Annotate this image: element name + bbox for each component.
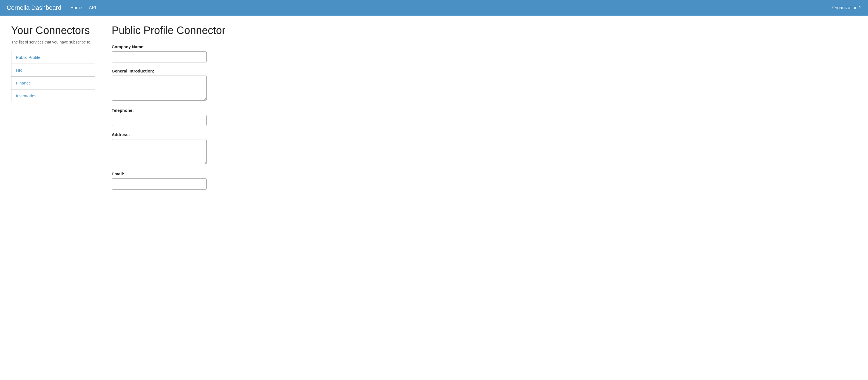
form-group-telephone: Telephone: bbox=[112, 108, 857, 126]
label-company-name: Company Name: bbox=[112, 44, 857, 49]
textarea-address[interactable] bbox=[112, 139, 207, 164]
form-group-general-introduction: General Introduction: bbox=[112, 69, 857, 102]
connector-item-finance[interactable]: Finance bbox=[11, 77, 95, 90]
nav-home-link[interactable]: Home bbox=[70, 5, 82, 10]
label-general-introduction: General Introduction: bbox=[112, 69, 857, 73]
input-email[interactable] bbox=[112, 178, 207, 189]
connector-item-hr[interactable]: HR bbox=[11, 64, 95, 77]
input-telephone[interactable] bbox=[112, 115, 207, 126]
form-group-email: Email: bbox=[112, 171, 857, 189]
navbar-brand: Cornelia Dashboard bbox=[7, 4, 61, 11]
sidebar-description: The list of services that you have subsc… bbox=[11, 39, 95, 45]
navbar: Cornelia Dashboard Home API Organization… bbox=[0, 0, 868, 15]
sidebar: Your Connectors The list of services tha… bbox=[11, 25, 95, 196]
form-group-address: Address: bbox=[112, 132, 857, 165]
navbar-nav: Home API bbox=[70, 5, 832, 10]
form-area: Public Profile Connector Company Name:Ge… bbox=[112, 25, 857, 196]
connector-item-public-profile[interactable]: Public Profile bbox=[11, 51, 95, 64]
main-content: Your Connectors The list of services tha… bbox=[0, 15, 868, 205]
navbar-org: Organization 1 bbox=[832, 5, 861, 10]
label-email: Email: bbox=[112, 171, 857, 176]
label-address: Address: bbox=[112, 132, 857, 137]
label-telephone: Telephone: bbox=[112, 108, 857, 113]
connector-item-inventories[interactable]: Inventories bbox=[11, 90, 95, 102]
form-group-company-name: Company Name: bbox=[112, 44, 857, 63]
textarea-general-introduction[interactable] bbox=[112, 75, 207, 101]
form-title: Public Profile Connector bbox=[112, 25, 857, 37]
nav-api-link[interactable]: API bbox=[89, 5, 96, 10]
input-company-name[interactable] bbox=[112, 51, 207, 63]
sidebar-title: Your Connectors bbox=[11, 25, 95, 37]
connector-list: Public ProfileHRFinanceInventories bbox=[11, 51, 95, 102]
form-fields-container: Company Name:General Introduction:Teleph… bbox=[112, 44, 857, 189]
